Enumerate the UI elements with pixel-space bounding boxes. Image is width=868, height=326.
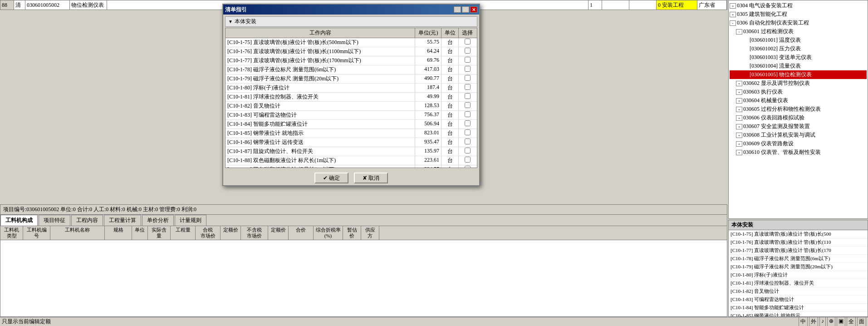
tree-item[interactable]: +030607 安全监测及报警装置 [730, 122, 867, 131]
tree-item[interactable]: [030601004] 流量仪表 [730, 62, 867, 70]
tree-item[interactable]: +030606 仪表回路模拟试验 [730, 114, 867, 122]
confirm-button[interactable]: ✔ 确定 [314, 173, 348, 183]
row-check-cell[interactable] [459, 120, 476, 128]
row-check-cell[interactable] [459, 74, 476, 83]
cancel-button[interactable]: ✘ 取消 [354, 173, 388, 183]
tab-item[interactable]: 项目特征 [39, 215, 70, 226]
list-item[interactable]: [C10-1-76] 直读玻璃管(板)液位计 管(板)长(110 [729, 238, 868, 247]
tree-container[interactable]: +0304 电气设备安装工程+0305 建筑智能化工程-0306 自动化控制仪表… [729, 0, 868, 218]
row-check-cell[interactable] [459, 84, 476, 92]
table-row[interactable]: [C10-1-78] 磁浮子液位标尺 测量范围(6m以下)417.03台 [226, 65, 477, 74]
tree-item[interactable]: [030601005] 物位检测仪表 [730, 70, 867, 79]
tab-item[interactable]: 单价分析 [142, 215, 174, 226]
status-icon-7[interactable]: 面 [857, 317, 866, 326]
row-check-cell[interactable] [459, 165, 476, 168]
tree-item[interactable]: +030610 仪表管、管板及耐性安装 [730, 148, 867, 157]
status-icon-2[interactable]: 外 [809, 317, 818, 326]
tree-item[interactable]: +030608 工业计算机安装与调试 [730, 131, 867, 139]
row-checkbox[interactable] [465, 84, 471, 90]
tree-item[interactable]: -030601 过程检测仪表 [730, 27, 867, 36]
table-row[interactable]: [C10-1-79] 磁浮子液位标尺 测量范围(20m以下)490.77台 [226, 74, 477, 84]
row-check-cell[interactable] [459, 38, 476, 47]
row-checkbox[interactable] [465, 111, 471, 117]
row-checkbox[interactable] [465, 166, 471, 168]
row-checkbox[interactable] [465, 66, 471, 72]
tab-item[interactable]: 工料机构成 [0, 215, 38, 226]
row-check-cell[interactable] [459, 111, 476, 119]
table-row[interactable]: [C10-1-83] 可编程雷达物位计756.37台 [226, 111, 477, 120]
list-item[interactable]: [C10-1-83] 可编程雷达物位计 [729, 296, 868, 304]
table-row[interactable]: [C10-1-75] 直读玻璃管(板)液位计 管(板)长(500mm以下)55.… [226, 38, 477, 47]
row-check-cell[interactable] [459, 56, 476, 65]
row-check-cell[interactable] [459, 156, 476, 165]
list-item[interactable]: [C10-1-81] 浮球液位控制器、液位开关 [729, 279, 868, 287]
row-check-cell[interactable] [459, 129, 476, 138]
tree-item[interactable]: +030603 执行仪表 [730, 88, 867, 96]
status-icon-6[interactable]: 全 [847, 317, 856, 326]
table-row[interactable]: [C10-1-80] 浮标(子)液位计187.4台 [226, 84, 477, 93]
list-item[interactable]: [C10-1-79] 磁浮子液位标尺 测量范围(20m以下) [729, 263, 868, 271]
table-row[interactable]: [C10-1-81] 浮球液位控制器、液位开关49.99台 [226, 93, 477, 102]
table-row[interactable]: [C10-1-87] 阻旋式物位计、料位开关135.97台 [226, 147, 477, 156]
status-icon-1[interactable]: 中 [799, 317, 808, 326]
modal-table-body[interactable]: [C10-1-75] 直读玻璃管(板)液位计 管(板)长(500mm以下)55.… [225, 38, 477, 168]
row-checkbox[interactable] [465, 93, 471, 99]
table-row[interactable]: [C10-1-86] 钢带液位计 远传变送935.47台 [226, 138, 477, 147]
row-checkbox[interactable] [465, 120, 471, 126]
row-check-cell[interactable] [459, 65, 476, 74]
tree-item[interactable]: +030604 机械量仪表 [730, 96, 867, 105]
row-checkbox[interactable] [465, 39, 471, 44]
list-item[interactable]: [C10-1-77] 直读玻璃管(板)液位计 管(板)长(170 [729, 247, 868, 255]
row-checkbox[interactable] [465, 102, 471, 108]
tab-item[interactable]: 计量规则 [175, 215, 206, 226]
bottom-right-list[interactable]: [C10-1-75] 直读玻璃管(板)液位计 管(板)长(500[C10-1-7… [729, 230, 868, 316]
table-row[interactable]: [C10-1-88] 双色磁翻板液位计 标尺长(1m以下)223.61台 [226, 156, 477, 165]
list-item[interactable]: [C10-1-84] 智能多功能贮罐液位计 [729, 304, 868, 312]
list-item[interactable]: [C10-1-82] 音叉物位计 [729, 287, 868, 296]
table-row[interactable]: [C10-1-84] 智能多功能贮罐液位计506.94台 [226, 120, 477, 129]
row-checkbox[interactable] [465, 48, 471, 54]
tree-item[interactable]: -0306 自动化控制仪表安装工程 [730, 19, 867, 27]
tab-item[interactable]: 工程量计算 [104, 215, 141, 226]
status-icons[interactable]: 中 外 ♪ ⊕ ▣ 全 面 [799, 317, 866, 326]
row-check-cell[interactable] [459, 102, 476, 110]
table-row[interactable]: [C10-1-77] 直读玻璃管(板)液位计 管(板)长(1700mm以下)69… [226, 56, 477, 65]
row-region: 广东省 [697, 0, 727, 10]
list-item[interactable]: [C10-1-80] 浮标(子)液位计 [729, 271, 868, 279]
row-checkbox[interactable] [465, 57, 471, 63]
tree-item[interactable]: +030602 显示及调节控制仪表 [730, 79, 867, 88]
tab-item[interactable]: 工程内容 [71, 215, 103, 226]
row-check-cell[interactable] [459, 138, 476, 147]
row-checkbox[interactable] [465, 157, 471, 163]
close-button[interactable]: ✕ [470, 6, 477, 13]
row-check-cell[interactable] [459, 147, 476, 156]
maximize-button[interactable]: □ [462, 6, 469, 13]
tree-item[interactable]: +030609 仪表管路敷设 [730, 139, 867, 148]
status-icon-5[interactable]: ▣ [837, 317, 845, 326]
row-check-cell[interactable] [459, 93, 476, 101]
list-item[interactable]: [C10-1-85] 钢带液位计 就地指示 [729, 312, 868, 316]
table-row[interactable]: [C10-1-89] 双色磁翻板液位计 标尺长(6m以下)324.57台 [226, 165, 477, 168]
tree-item[interactable]: +030605 过程分析和物性检测仪表 [730, 105, 867, 114]
section-collapse-icon[interactable]: ▼ [228, 19, 233, 24]
row-checkbox[interactable] [465, 148, 471, 153]
minimize-button[interactable]: _ [454, 6, 461, 13]
tree-item[interactable]: [030601003] 变送单元仪表 [730, 53, 867, 62]
row-checkbox[interactable] [465, 138, 471, 144]
status-icon-4[interactable]: ⊕ [827, 317, 835, 326]
table-row[interactable]: [C10-1-82] 音叉物位计128.53台 [226, 102, 477, 111]
row-checkbox[interactable] [465, 75, 471, 81]
status-icon-3[interactable]: ♪ [819, 317, 826, 326]
row-checkbox[interactable] [465, 129, 471, 135]
tree-item-label: 030603 执行仪表 [743, 88, 783, 96]
tree-item[interactable]: [030601001] 温度仪表 [730, 36, 867, 44]
tree-item[interactable]: +0304 电气设备安装工程 [730, 1, 867, 10]
tree-item[interactable]: +0305 建筑智能化工程 [730, 10, 867, 19]
tree-item[interactable]: [030601002] 压力仪表 [730, 44, 867, 53]
list-item[interactable]: [C10-1-75] 直读玻璃管(板)液位计 管(板)长(500 [729, 230, 868, 238]
table-row[interactable]: [C10-1-76] 直读玻璃管(板)液位计 管(板)长(1100mm以下)64… [226, 47, 477, 56]
table-row[interactable]: [C10-1-85] 钢带液位计 就地指示823.01台 [226, 129, 477, 138]
bottom-table-body[interactable] [0, 240, 727, 316]
row-check-cell[interactable] [459, 47, 476, 56]
list-item[interactable]: [C10-1-78] 磁浮子液位标尺 测量范围(6m以下) [729, 255, 868, 263]
